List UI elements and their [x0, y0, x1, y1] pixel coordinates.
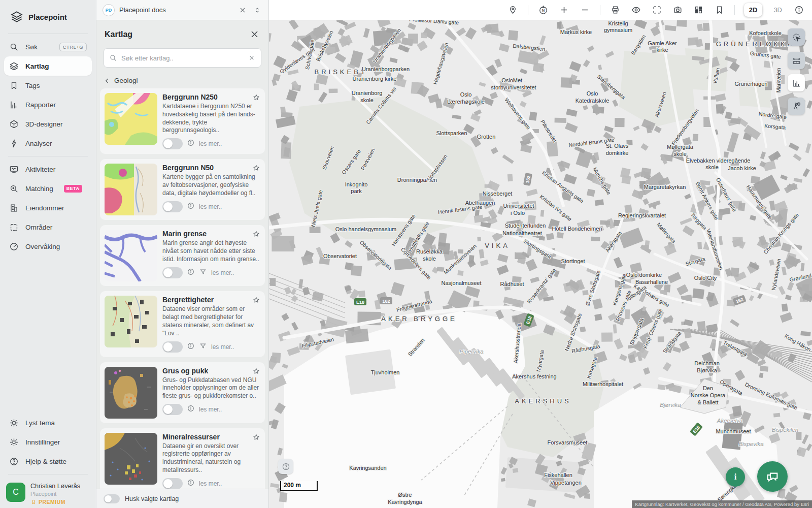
- sidebar-item-tags[interactable]: Tags: [4, 76, 92, 95]
- layer-card[interactable]: Berggrunn N50 Kartene bygger på en samto…: [100, 159, 265, 220]
- layer-thumbnail[interactable]: [105, 367, 157, 419]
- layer-info-icon[interactable]: [187, 268, 195, 278]
- sidebar-item-s-k[interactable]: Søk CTRL+G: [4, 37, 92, 56]
- sidebar-item-eiendommer[interactable]: Eiendommer: [4, 198, 92, 217]
- sidebar-item-matching[interactable]: Matching BETA: [4, 179, 92, 198]
- layer-thumbnail[interactable]: [105, 230, 157, 281]
- document-switcher[interactable]: PD Placepoint docs: [96, 0, 268, 20]
- remember-layers-toggle[interactable]: [104, 494, 120, 503]
- layer-thumbnail[interactable]: [105, 296, 157, 347]
- beta-badge: BETA: [64, 185, 82, 193]
- sidebar-item-innstillinger[interactable]: Innstillinger: [4, 432, 92, 452]
- zoom-in-icon[interactable]: [558, 4, 570, 16]
- map-help-button[interactable]: [278, 459, 293, 474]
- layer-toggle[interactable]: [162, 478, 183, 489]
- info-icon[interactable]: [793, 4, 805, 16]
- bookmark-icon[interactable]: [714, 4, 725, 16]
- user-menu[interactable]: C Christian Løverås Placepoint PREMIUM: [0, 478, 96, 508]
- doc-switch-icon[interactable]: [252, 5, 262, 15]
- measure-icon[interactable]: [788, 52, 805, 69]
- layer-list[interactable]: Berggrunn N250 Kartdataene i Berggrunn N…: [96, 87, 268, 489]
- layer-card[interactable]: Mineralressurser Dataene gir en oversikt…: [100, 428, 265, 489]
- layer-info-icon[interactable]: [187, 202, 195, 212]
- eye-icon[interactable]: [630, 4, 642, 16]
- doc-close-icon[interactable]: [238, 5, 248, 15]
- sidebar-item-3d-designer[interactable]: 3D-designer: [4, 114, 92, 134]
- fullscreen-icon[interactable]: [651, 4, 663, 16]
- avatar[interactable]: C: [6, 483, 25, 502]
- sidebar-item-hjelp-st-tte[interactable]: Hjelp & støtte: [4, 452, 92, 471]
- tag-icon: [9, 81, 19, 90]
- sidebar-item-label: Områder: [25, 224, 52, 231]
- breadcrumb[interactable]: Geologi: [96, 72, 268, 86]
- star-icon[interactable]: [252, 433, 260, 443]
- layer-toggle[interactable]: [162, 341, 183, 353]
- layer-thumbnail[interactable]: [105, 93, 157, 145]
- layer-card[interactable]: Berggrunn N250 Kartdataene i Berggrunn N…: [100, 88, 265, 154]
- read-more-link[interactable]: les mer..: [211, 343, 234, 351]
- layer-toggle[interactable]: [162, 404, 183, 415]
- map-label: Slottsparken: [436, 130, 467, 136]
- read-more-link[interactable]: les mer..: [199, 140, 222, 147]
- sidebar-item-kartlag[interactable]: Kartlag: [4, 56, 92, 76]
- print-icon[interactable]: [610, 4, 621, 16]
- sidebar-item-aktiviteter[interactable]: Aktiviteter: [4, 160, 92, 179]
- grid-icon[interactable]: [693, 4, 704, 16]
- select-cursor-icon[interactable]: [788, 28, 805, 46]
- map-label: BRISKEBY: [314, 68, 367, 76]
- map-label: Katedralskole: [576, 98, 610, 104]
- map-label: Inkognito: [345, 181, 368, 187]
- compass-icon[interactable]: N: [537, 4, 549, 16]
- layer-info-icon[interactable]: [187, 479, 195, 489]
- layer-info-icon[interactable]: [187, 404, 195, 415]
- layer-card[interactable]: Marin grense Marin grense angir det høye…: [100, 225, 265, 286]
- layer-search[interactable]: [104, 48, 261, 68]
- map-label: Studenterlunden: [505, 223, 546, 229]
- zoom-out-icon[interactable]: [579, 4, 591, 16]
- read-more-link[interactable]: les mer..: [211, 269, 234, 276]
- star-icon[interactable]: [252, 93, 260, 104]
- layer-thumbnail[interactable]: [105, 433, 157, 485]
- layer-toggle[interactable]: [162, 201, 183, 212]
- map-toolbar: N 2D 3D: [269, 0, 812, 20]
- map-label: Universitetet: [503, 203, 534, 209]
- road-shield: 162: [380, 297, 392, 304]
- sidebar-item-omr-der[interactable]: Områder: [4, 217, 92, 237]
- sidebar-item-rapporter[interactable]: Rapporter: [4, 95, 92, 114]
- travel-time-icon[interactable]: [788, 98, 805, 115]
- panel-close-icon[interactable]: [249, 28, 260, 40]
- layer-info-icon[interactable]: [187, 342, 195, 352]
- star-icon[interactable]: [252, 164, 260, 174]
- layer-card[interactable]: Bergrettigheter Dataene viser områder so…: [100, 291, 265, 357]
- sidebar-item-lyst-tema[interactable]: Lyst tema: [4, 413, 92, 432]
- layer-info-icon[interactable]: [187, 139, 195, 149]
- sidebar-item-overv-king[interactable]: Overvåking: [4, 237, 92, 256]
- layer-toggle[interactable]: [162, 267, 183, 278]
- read-more-link[interactable]: les mer..: [199, 480, 222, 487]
- star-icon[interactable]: [252, 367, 260, 377]
- layer-filter-icon[interactable]: [199, 342, 207, 352]
- map-canvas[interactable]: E18162162E18162E18 Professor Dahls gateK…: [269, 20, 812, 508]
- info-fab[interactable]: i: [726, 467, 745, 487]
- read-more-link[interactable]: les mer..: [199, 406, 222, 413]
- location-icon[interactable]: [507, 4, 519, 16]
- read-more-link[interactable]: les mer..: [199, 203, 222, 210]
- camera-icon[interactable]: [672, 4, 684, 16]
- mode-2d-button[interactable]: 2D: [744, 3, 763, 17]
- layer-card[interactable]: Grus og pukk Grus- og Pukkdatabasen ved …: [100, 362, 265, 423]
- clear-search-icon[interactable]: [248, 54, 256, 62]
- placepoint-logo-icon: [10, 10, 23, 23]
- mode-3d-button[interactable]: 3D: [771, 3, 784, 17]
- chat-fab[interactable]: [757, 461, 788, 492]
- star-icon[interactable]: [252, 296, 260, 306]
- layer-search-input[interactable]: [121, 54, 244, 62]
- star-icon[interactable]: [252, 230, 260, 240]
- chart-icon[interactable]: [788, 74, 805, 91]
- layer-filter-icon[interactable]: [199, 268, 207, 278]
- layer-thumbnail[interactable]: [105, 164, 157, 215]
- sidebar-item-analyser[interactable]: Analyser: [4, 134, 92, 153]
- map-label: Fiskehallen: [544, 472, 572, 478]
- layer-toggle[interactable]: [162, 138, 183, 149]
- user-name: Christian Løverås: [30, 483, 80, 490]
- app-logo[interactable]: Placepoint: [0, 0, 96, 30]
